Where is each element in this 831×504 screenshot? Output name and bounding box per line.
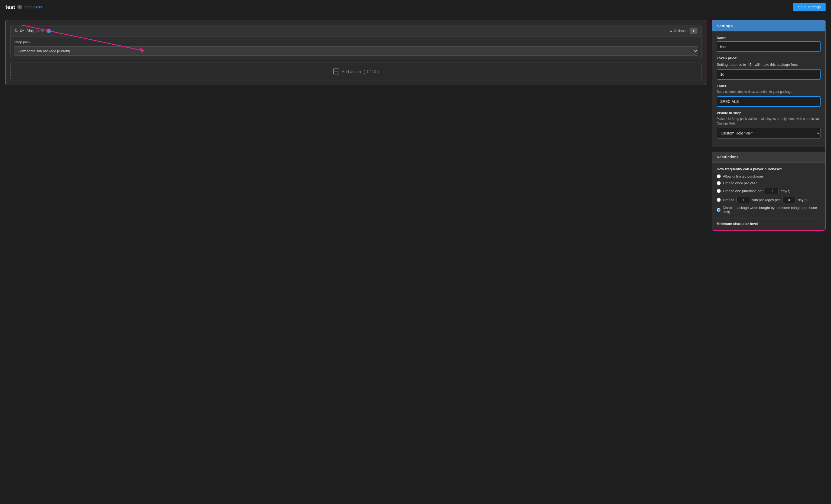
add-action-count: ( 1 / 10 ) (364, 69, 379, 74)
token-price-label: Token price: (717, 56, 821, 60)
visible-select[interactable]: All players Custom Role "VIP" (717, 128, 821, 139)
name-label: Name (717, 36, 821, 40)
shop-pack-block: ⇅ 🛍 Shop pack i ▲ Collapse ▼ Shop pack -… (10, 25, 701, 59)
radio-item-sub-packages[interactable]: Limit to sub packages per day(s) (717, 197, 821, 203)
name-field-group: Name (717, 36, 821, 52)
help-icon[interactable]: ? (17, 5, 22, 9)
min-char-section: Minimum character level (717, 218, 821, 226)
app-title: test (5, 4, 15, 10)
radio-one-purchase-per-label: Limit to one purchase per (723, 189, 763, 193)
top-bar-left: test ? Shop packs (5, 4, 43, 10)
shop-pack-body: Shop pack - Awesome sub package [current… (10, 37, 701, 59)
days-input-1[interactable] (765, 188, 778, 194)
restrictions-header: Restrictions (712, 152, 825, 163)
restrictions-body: How frequently can a player purchase? Al… (712, 163, 825, 230)
shop-pack-title: Shop pack (27, 29, 45, 33)
shop-pack-header: ⇅ 🛍 Shop pack i ▲ Collapse ▼ (10, 25, 701, 37)
radio-sub-packages[interactable] (717, 198, 721, 202)
label-field-group: Label Set a custom label to draw attenti… (717, 84, 821, 107)
token-price-desc-post: will make this package free. (755, 62, 798, 67)
days-suffix-2: day(s) (798, 198, 808, 202)
visible-desc: Make this Shop pack visible to all playe… (717, 117, 821, 126)
radio-sub-packages-label-mid: sub packages per (752, 198, 780, 202)
radio-disable-when-bought[interactable] (717, 208, 720, 212)
settings-header: Settings (712, 20, 825, 31)
settings-body: Name Token price: Setting the price to 0… (712, 31, 825, 147)
shop-pack-header-right: ▲ Collapse ▼ (669, 28, 697, 34)
radio-once-year[interactable] (717, 181, 721, 185)
zero-badge: 0 (748, 62, 753, 67)
token-price-description: Setting the price to 0 will make this pa… (717, 62, 821, 67)
days-input-2[interactable] (782, 197, 796, 203)
shop-packs-link[interactable]: Shop packs (24, 5, 43, 9)
shop-pack-header-left: ⇅ 🛍 Shop pack i (15, 28, 51, 33)
left-panel: ⇅ 🛍 Shop pack i ▲ Collapse ▼ Shop pack -… (5, 20, 707, 85)
radio-item-once-year[interactable]: Limit to once per year (717, 181, 821, 185)
radio-item-disable-when-bought[interactable]: Disable package when bought by someone (… (717, 206, 821, 214)
days-suffix-1: day(s) (781, 189, 791, 193)
token-price-input[interactable] (717, 69, 821, 80)
drag-icon: ⇅ (15, 28, 18, 33)
restrictions-question: How frequently can a player purchase? (717, 167, 821, 171)
plus-square-icon: + (333, 68, 339, 75)
menu-button[interactable]: ▼ (690, 28, 697, 34)
chevron-up-icon: ▲ (669, 29, 673, 33)
radio-unlimited-label: Allow unlimited purchases (723, 174, 764, 178)
visible-field-group: Visible in shop Make this Shop pack visi… (717, 111, 821, 139)
radio-item-one-purchase-per[interactable]: Limit to one purchase per day(s) (717, 188, 821, 194)
name-input[interactable] (717, 41, 821, 52)
radio-one-purchase-per[interactable] (717, 189, 721, 193)
right-panel: Settings Name Token price: Setting the p… (712, 20, 826, 231)
radio-group: Allow unlimited purchases Limit to once … (717, 174, 821, 214)
label-desc: Set a custom label to draw attention to … (717, 90, 821, 94)
collapse-button[interactable]: ▲ Collapse (669, 29, 687, 33)
visible-label: Visible in shop (717, 111, 821, 115)
radio-item-unlimited[interactable]: Allow unlimited purchases (717, 174, 821, 178)
label-input[interactable] (717, 96, 821, 107)
radio-once-year-label: Limit to once per year (723, 181, 757, 185)
min-char-label: Minimum character level (717, 222, 821, 226)
sub-package-count-input[interactable] (737, 197, 750, 203)
token-price-desc-pre: Setting the price to (717, 62, 746, 67)
settings-section: Settings Name Token price: Setting the p… (712, 20, 825, 147)
top-bar: test ? Shop packs Save settings (0, 0, 831, 14)
collapse-label: Collapse (674, 29, 688, 33)
sub-pack-select[interactable]: - Awesome sub package [current] (14, 46, 698, 56)
label-label: Label (717, 84, 821, 88)
save-settings-button[interactable]: Save settings (793, 3, 826, 11)
add-action-area[interactable]: + Add action ( 1 / 10 ) (10, 62, 701, 80)
radio-disable-when-bought-label: Disable package when bought by someone (… (723, 206, 821, 214)
radio-sub-packages-label-pre: Limit to (723, 198, 734, 202)
token-price-field-group: Token price: Setting the price to 0 will… (717, 56, 821, 80)
add-action-label: Add action (342, 69, 361, 74)
restrictions-section: Restrictions How frequently can a player… (712, 152, 825, 230)
sub-pack-label: Shop pack (14, 40, 698, 44)
radio-unlimited[interactable] (717, 174, 721, 178)
main-layout: ⇅ 🛍 Shop pack i ▲ Collapse ▼ Shop pack -… (0, 14, 831, 236)
pack-icon: 🛍 (20, 28, 24, 33)
info-icon[interactable]: i (47, 29, 51, 33)
